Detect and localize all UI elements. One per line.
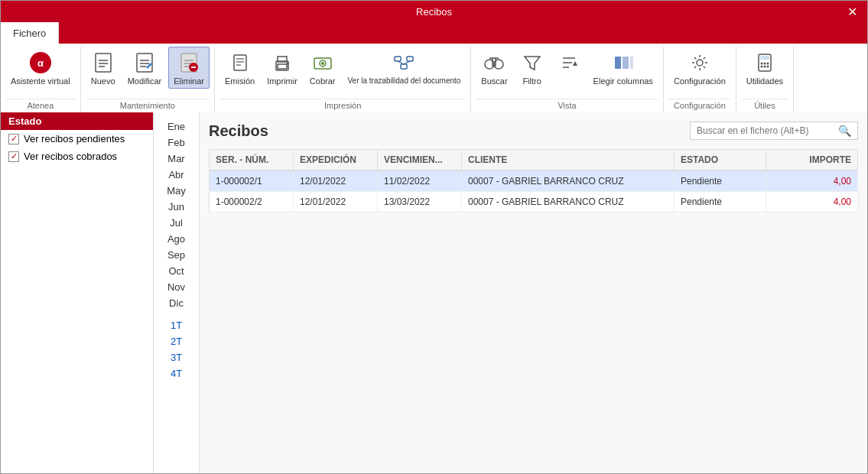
- svg-rect-16: [234, 55, 246, 70]
- svg-rect-55: [760, 56, 769, 60]
- cell-importe-1: 4,00: [766, 170, 858, 192]
- configuracion-button[interactable]: Configuración: [668, 47, 731, 89]
- col-cliente[interactable]: CLIENTE: [462, 150, 675, 171]
- quarter-2t[interactable]: 2T: [154, 333, 199, 349]
- alpha-icon: α: [28, 50, 53, 75]
- cell-estado-1: Pendiente: [675, 170, 766, 192]
- svg-rect-27: [395, 57, 401, 61]
- trazabilidad-icon: [392, 50, 416, 75]
- table-row[interactable]: 1-000002/1 12/01/2022 11/02/2022 00007 -…: [210, 170, 858, 192]
- title-bar: Recibos ✕: [1, 1, 867, 22]
- checkbox-cobrados[interactable]: [8, 151, 19, 162]
- sidebar-label-cobrados: Ver recibos cobrados: [24, 151, 117, 162]
- content-area: Recibos 🔍 SER. - NÚM. EXPEDICIÓN VENCIMI…: [200, 112, 867, 474]
- eliminar-button[interactable]: Eliminar: [168, 47, 210, 89]
- col-vencimiento[interactable]: VENCIMIEN...: [378, 150, 462, 171]
- asistente-virtual-button[interactable]: α Asistente virtual: [5, 47, 76, 89]
- month-sep[interactable]: Sep: [154, 247, 199, 263]
- svg-rect-44: [630, 57, 633, 69]
- quarter-1t[interactable]: 1T: [154, 317, 199, 333]
- window-title: Recibos: [416, 6, 452, 18]
- ribbon-group-vista: Buscar Filtro: [471, 47, 664, 112]
- month-panel: Ene Feb Mar Abr May Jun Jul Ago Sep Oct …: [154, 112, 200, 474]
- quarter-4t[interactable]: 4T: [154, 365, 199, 381]
- svg-point-60: [763, 66, 766, 68]
- cell-cliente-2: 00007 - GABRIEL BARRANCO CRUZ: [462, 192, 675, 213]
- nuevo-button[interactable]: Nuevo: [86, 47, 121, 89]
- utilidades-button[interactable]: Utilidades: [741, 47, 788, 89]
- svg-rect-29: [401, 64, 407, 69]
- svg-rect-43: [623, 57, 629, 69]
- month-dic[interactable]: Dic: [154, 295, 199, 311]
- filter-icon: [520, 50, 545, 75]
- svg-rect-6: [137, 54, 152, 72]
- cell-serie-1: 1-000002/1: [210, 170, 294, 192]
- main-layout: Estado Ver recibos pendientes Ver recibo…: [1, 112, 867, 474]
- modificar-icon: [132, 50, 157, 75]
- buscar-button[interactable]: Buscar: [476, 47, 512, 89]
- col-expedicion[interactable]: EXPEDICIÓN: [294, 150, 378, 171]
- quarter-3t[interactable]: 3T: [154, 349, 199, 365]
- svg-point-58: [766, 63, 769, 65]
- cell-importe-2: 4,00: [766, 192, 858, 213]
- svg-text:α: α: [37, 57, 44, 69]
- svg-marker-37: [525, 57, 540, 70]
- tab-fichero[interactable]: Fichero: [1, 22, 59, 44]
- cell-expedicion-1: 12/01/2022: [294, 170, 378, 192]
- filtro-button[interactable]: Filtro: [515, 47, 550, 89]
- month-may[interactable]: May: [154, 183, 199, 199]
- search-icon: 🔍: [838, 125, 851, 137]
- month-mar[interactable]: Mar: [154, 151, 199, 167]
- col-serie[interactable]: SER. - NÚM.: [210, 150, 294, 171]
- cell-expedicion-2: 12/01/2022: [294, 192, 378, 213]
- month-jul[interactable]: Jul: [154, 215, 199, 231]
- nuevo-icon: [91, 50, 115, 75]
- content-header: Recibos 🔍: [209, 122, 858, 140]
- calculator-icon: [753, 50, 777, 75]
- svg-point-57: [763, 63, 766, 65]
- month-ago[interactable]: Ago: [154, 231, 199, 247]
- ribbon-tabs: Fichero: [1, 22, 867, 44]
- cobrar-button[interactable]: Cobrar: [304, 47, 341, 89]
- month-abr[interactable]: Abr: [154, 167, 199, 183]
- month-jun[interactable]: Jun: [154, 199, 199, 215]
- svg-point-59: [760, 66, 762, 68]
- ribbon-group-atenea: α Asistente virtual Atenea: [1, 47, 81, 112]
- svg-point-26: [321, 62, 324, 65]
- month-feb[interactable]: Feb: [154, 135, 199, 151]
- svg-line-50: [694, 57, 696, 59]
- month-nov[interactable]: Nov: [154, 279, 199, 295]
- svg-line-51: [704, 67, 705, 68]
- svg-point-56: [760, 63, 762, 65]
- ordenar-button[interactable]: [551, 47, 587, 79]
- elegir-columnas-button[interactable]: Elegir columnas: [588, 47, 658, 89]
- emision-button[interactable]: Emisión: [219, 47, 260, 89]
- svg-rect-28: [407, 57, 413, 61]
- month-ene[interactable]: Ene: [154, 118, 199, 135]
- sidebar-item-pendientes[interactable]: Ver recibos pendientes: [1, 130, 153, 148]
- imprimir-button[interactable]: Imprimir: [262, 47, 303, 89]
- trazabilidad-button[interactable]: Ver la trazabilidad del documento: [342, 47, 466, 88]
- table-row[interactable]: 1-000002/2 12/01/2022 13/03/2022 00007 -…: [210, 192, 858, 213]
- search-box[interactable]: 🔍: [690, 122, 858, 140]
- sidebar-item-cobrados[interactable]: Ver recibos cobrados: [1, 148, 153, 165]
- svg-line-30: [398, 61, 404, 64]
- close-button[interactable]: ✕: [837, 1, 867, 22]
- col-estado[interactable]: ESTADO: [675, 150, 766, 171]
- ribbon-group-mantenimiento: Nuevo Modificar: [81, 47, 215, 112]
- cell-vencimiento-1: 11/02/2022: [378, 170, 462, 192]
- sidebar-label-pendientes: Ver recibos pendientes: [24, 133, 125, 144]
- modificar-button[interactable]: Modificar: [122, 47, 167, 89]
- page-title: Recibos: [209, 122, 268, 140]
- svg-rect-42: [615, 57, 621, 69]
- checkbox-pendientes[interactable]: [8, 134, 19, 144]
- cobrar-icon: [310, 50, 335, 75]
- data-table: SER. - NÚM. EXPEDICIÓN VENCIMIEN... CLIE…: [209, 149, 858, 213]
- month-oct[interactable]: Oct: [154, 263, 199, 279]
- ribbon-group-utiles: Utilidades Útiles: [736, 47, 794, 112]
- col-importe[interactable]: IMPORTE: [766, 150, 858, 171]
- ribbon-toolbar: α Asistente virtual Atenea Nuevo: [1, 44, 867, 112]
- svg-point-61: [766, 66, 769, 68]
- binoculars-icon: [482, 50, 506, 75]
- search-input[interactable]: [697, 125, 834, 136]
